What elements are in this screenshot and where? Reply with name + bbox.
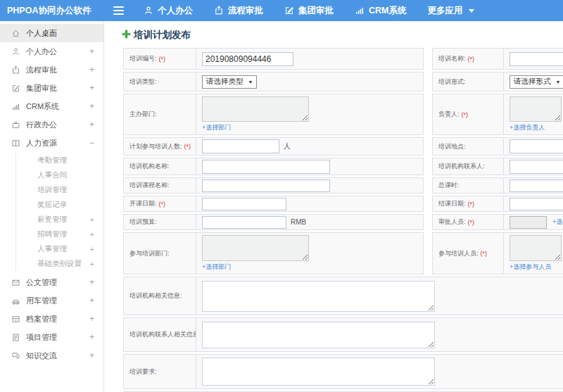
leader-textarea[interactable] xyxy=(510,96,562,122)
expand-toggle[interactable]: + xyxy=(89,332,94,342)
page-title: 培训计划发布 xyxy=(122,29,563,42)
planned-participants-input[interactable] xyxy=(202,139,279,153)
expand-toggle[interactable]: + xyxy=(89,350,94,360)
expand-toggle[interactable]: + xyxy=(90,215,94,224)
field-label: 参与培训部门: xyxy=(129,249,170,258)
expand-toggle[interactable]: + xyxy=(89,296,94,305)
form-row-pair: 开课日期:(*) 结课日期:(*) xyxy=(123,196,563,212)
hr-subtree: 考勤管理 人事合同 培训管理 奖惩记录 薪资管理+ 招聘管理+ 人事管理+ 基础… xyxy=(15,153,103,271)
sidebar-subitem-training[interactable]: 培训管理 xyxy=(16,182,103,197)
sidebar-item-crm[interactable]: CRM系统 + xyxy=(0,97,103,115)
sidebar-item-admin-office[interactable]: 行政办公 + xyxy=(0,115,103,134)
participants-textarea[interactable] xyxy=(510,235,562,261)
expand-toggle[interactable]: + xyxy=(89,46,94,56)
form-row-full: 培训机构相关信息: xyxy=(123,277,563,315)
participating-departments-textarea[interactable] xyxy=(202,235,309,261)
select-department-link[interactable]: +选择部门 xyxy=(202,263,231,272)
select-approver-link[interactable]: +选择审批人员 xyxy=(552,217,563,227)
sidebar-subitem-rewards[interactable]: 奖惩记录 xyxy=(16,197,103,212)
expand-toggle[interactable]: + xyxy=(89,65,94,75)
expand-toggle[interactable]: + xyxy=(89,277,94,287)
top-nav: 个人办公 流程审批 集团审批 CRM系统 更多应用 xyxy=(144,5,474,17)
nav-label: 个人办公 xyxy=(158,5,193,17)
sidebar-subitem-label: 考勤管理 xyxy=(37,156,67,165)
expand-toggle[interactable]: + xyxy=(89,101,94,111)
expand-toggle[interactable]: + xyxy=(89,314,94,324)
sidebar-subitem-personnel[interactable]: 人事管理+ xyxy=(16,241,103,256)
org-info-textarea[interactable] xyxy=(202,281,435,312)
field-label: 总课时: xyxy=(438,181,460,190)
training-name-input[interactable] xyxy=(510,52,563,66)
sidebar-subitem-recruit[interactable]: 招聘管理+ xyxy=(16,227,103,241)
nav-group-approval[interactable]: 集团审批 xyxy=(284,5,334,17)
sidebar-subitem-hr-contract[interactable]: 人事合同 xyxy=(16,167,103,182)
nav-more-apps[interactable]: 更多应用 xyxy=(427,5,474,17)
field-label: 培训机构名称: xyxy=(129,162,170,171)
sidebar-item-desktop[interactable]: 个人桌面 xyxy=(0,24,103,42)
total-hours-input[interactable] xyxy=(510,179,563,192)
sidebar-subitem-label: 人事管理 xyxy=(37,244,67,254)
sidebar-item-knowledge[interactable]: 知识交流 + xyxy=(0,346,103,365)
select-value: 请选择形式 xyxy=(514,77,551,87)
sidebar-item-group-approval[interactable]: 集团审批 + xyxy=(0,79,103,97)
end-date-input[interactable] xyxy=(510,198,563,210)
sidebar-item-personal-office[interactable]: 个人办公 + xyxy=(0,42,103,61)
sidebar-item-flow-approval[interactable]: 流程审批 + xyxy=(0,61,103,79)
expand-toggle[interactable]: + xyxy=(89,83,94,93)
sidebar-item-vehicle[interactable]: 用车管理 + xyxy=(0,291,103,310)
sidebar-item-official-docs[interactable]: 公文管理 + xyxy=(0,273,103,291)
expand-toggle[interactable]: + xyxy=(90,230,94,239)
select-leader-link[interactable]: +选择负责人 xyxy=(510,123,545,132)
sidebar-subitem-base-category[interactable]: 基础类别设置+ xyxy=(16,256,103,271)
menu-toggle-icon[interactable] xyxy=(113,6,124,15)
nav-personal-office[interactable]: 个人办公 xyxy=(144,5,193,17)
course-name-input[interactable] xyxy=(202,179,330,192)
field-label: 培训课程名称: xyxy=(129,181,170,190)
form-row-pair: 培训编号:(*) 培训名称:(*) xyxy=(123,48,563,70)
required-marker: (*) xyxy=(481,250,488,257)
org-contact-info-textarea[interactable] xyxy=(202,322,435,348)
expand-toggle[interactable]: + xyxy=(90,245,94,253)
start-date-input[interactable] xyxy=(202,198,286,210)
field-label: 培训地点: xyxy=(438,142,466,151)
required-marker: (*) xyxy=(468,201,475,208)
car-icon xyxy=(11,296,20,305)
training-location-input[interactable] xyxy=(510,139,563,153)
page-title-text: 培训计划发布 xyxy=(134,29,191,42)
select-department-link[interactable]: +选择部门 xyxy=(202,123,231,132)
flow-icon xyxy=(11,65,20,75)
sidebar-item-label: 知识交流 xyxy=(26,350,57,361)
org-contact-input[interactable] xyxy=(510,160,563,174)
sidebar-subitem-attendance[interactable]: 考勤管理 xyxy=(16,153,103,167)
nav-label: 流程审批 xyxy=(228,5,263,17)
chart-icon xyxy=(355,6,365,15)
training-type-select[interactable]: 请选择类型▼ xyxy=(202,75,257,89)
training-number-input[interactable] xyxy=(202,52,293,66)
expand-toggle[interactable]: + xyxy=(89,120,94,129)
sidebar-subitem-label: 招聘管理 xyxy=(37,229,67,239)
select-participants-link[interactable]: +选择参与人员 xyxy=(510,263,551,272)
sidebar-item-label: 集团审批 xyxy=(26,83,57,94)
sidebar-item-label: 流程审批 xyxy=(26,65,57,75)
nav-flow-approval[interactable]: 流程审批 xyxy=(214,5,263,17)
training-requirements-textarea[interactable] xyxy=(202,358,435,386)
approver-input[interactable] xyxy=(510,216,547,229)
form-row-pair: 培训机构名称: 培训机构联系人: xyxy=(123,158,563,175)
training-form-select[interactable]: 请选择形式▼ xyxy=(510,75,563,89)
required-marker: (*) xyxy=(462,111,469,118)
sidebar-item-projects[interactable]: 项目管理 + xyxy=(0,328,103,346)
host-department-textarea[interactable] xyxy=(202,96,309,122)
collapse-toggle[interactable]: − xyxy=(89,138,94,148)
org-name-input[interactable] xyxy=(202,160,330,174)
field-label: 培训形式: xyxy=(438,77,466,87)
sidebar: 个人桌面 个人办公 + 流程审批 + 集团审批 + CRM系统 + 行政办公 + xyxy=(0,21,104,392)
sidebar-subitem-salary[interactable]: 薪资管理+ xyxy=(16,212,103,227)
sidebar-subitem-label: 培训管理 xyxy=(37,185,67,195)
budget-input[interactable] xyxy=(202,216,286,229)
field-label: 结课日期: xyxy=(438,199,466,208)
expand-toggle[interactable]: + xyxy=(90,260,94,268)
nav-crm[interactable]: CRM系统 xyxy=(355,5,406,17)
sidebar-item-archives[interactable]: 档案管理 + xyxy=(0,310,103,328)
sidebar-item-hr[interactable]: 人力资源 − xyxy=(0,134,103,152)
sidebar-item-label: 档案管理 xyxy=(26,314,57,324)
